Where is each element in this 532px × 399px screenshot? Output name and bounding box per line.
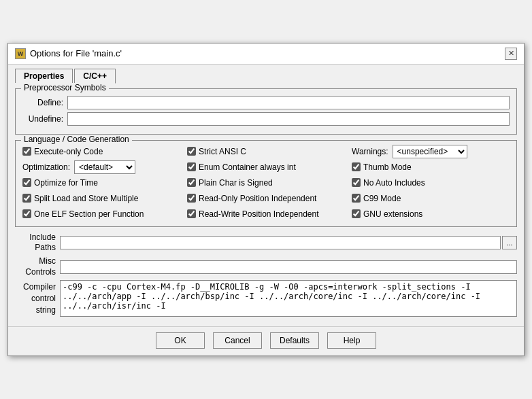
thumb-mode-label: Thumb Mode <box>363 162 412 172</box>
button-bar: OK Cancel Defaults Help <box>8 326 524 355</box>
preprocessor-group: Preprocessor Symbols Define: Undefine: <box>15 88 517 135</box>
define-label: Define: <box>22 98 63 107</box>
c99-mode-row: C99 Mode <box>352 192 510 205</box>
plain-char-checkbox[interactable] <box>187 178 196 187</box>
optimize-time-row: Optimize for Time <box>22 176 180 190</box>
execute-only-row: Execute-only Code <box>22 145 180 158</box>
read-write-pos-row: Read-Write Position Independent <box>187 207 345 221</box>
one-elf-label: One ELF Section per Function <box>34 209 144 219</box>
undefine-label: Undefine: <box>22 114 63 124</box>
include-paths-browse-button[interactable]: ... <box>502 236 517 249</box>
compiler-control-section: Compilercontrolstring -c99 -c -cpu Corte… <box>15 280 517 317</box>
enum-container-label: Enum Container always int <box>199 162 296 172</box>
app-icon: W <box>15 48 26 59</box>
no-auto-includes-row: No Auto Includes <box>352 176 510 190</box>
c99-mode-label: C99 Mode <box>363 194 401 203</box>
close-button[interactable]: ✕ <box>505 48 517 60</box>
no-auto-includes-label: No Auto Includes <box>363 178 425 188</box>
title-bar-left: W Options for File 'main.c' <box>15 48 122 59</box>
compiler-control-label: Compilercontrolstring <box>15 280 56 315</box>
tab-properties[interactable]: Properties <box>15 69 73 83</box>
ok-button[interactable]: OK <box>156 332 205 349</box>
undefine-input[interactable] <box>67 112 510 126</box>
thumb-mode-row: Thumb Mode <box>352 160 510 174</box>
read-write-pos-checkbox[interactable] <box>187 209 196 218</box>
compiler-control-textarea[interactable]: -c99 -c -cpu Cortex-M4.fp -D__MICROLIB -… <box>60 280 517 317</box>
dialog-title: Options for File 'main.c' <box>30 48 122 58</box>
split-load-row: Split Load and Store Multiple <box>22 192 180 205</box>
strict-ansi-row: Strict ANSI C <box>187 145 345 158</box>
warnings-row: Warnings: <unspecified> All Warnings No … <box>352 145 510 158</box>
gnu-extensions-row: GNU extensions <box>352 207 510 221</box>
read-only-pos-row: Read-Only Position Independent <box>187 192 345 205</box>
title-bar: W Options for File 'main.c' ✕ <box>8 44 524 65</box>
misc-controls-row: MiscControls <box>15 256 517 277</box>
thumb-mode-checkbox[interactable] <box>352 162 361 171</box>
optimization-row: Optimization: <default> -O1 -O2 -O3 <box>22 160 180 174</box>
strict-ansi-checkbox[interactable] <box>187 147 196 156</box>
cancel-button[interactable]: Cancel <box>213 332 262 349</box>
optimize-time-checkbox[interactable] <box>22 178 31 187</box>
split-load-label: Split Load and Store Multiple <box>34 194 138 203</box>
enum-container-checkbox[interactable] <box>187 162 196 171</box>
gnu-extensions-checkbox[interactable] <box>352 209 361 218</box>
execute-only-checkbox[interactable] <box>22 147 31 156</box>
tab-bar: Properties C/C++ <box>8 65 524 83</box>
warnings-select[interactable]: <unspecified> All Warnings No Warnings <box>393 145 467 158</box>
plain-char-label: Plain Char is Signed <box>199 178 273 188</box>
tab-cpp[interactable]: C/C++ <box>74 69 116 84</box>
c99-mode-checkbox[interactable] <box>352 194 361 203</box>
language-group: Language / Code Generation Execute-only … <box>15 140 517 227</box>
optimize-time-label: Optimize for Time <box>34 178 98 188</box>
gnu-extensions-label: GNU extensions <box>363 209 422 219</box>
options-dialog: W Options for File 'main.c' ✕ Properties… <box>7 43 525 356</box>
preprocessor-legend: Preprocessor Symbols <box>21 83 109 92</box>
warnings-label: Warnings: <box>352 147 388 156</box>
tab-content: Preprocessor Symbols Define: Undefine: L… <box>8 83 524 326</box>
include-paths-row: IncludePaths ... <box>15 232 517 254</box>
plain-char-row: Plain Char is Signed <box>187 176 345 190</box>
strict-ansi-label: Strict ANSI C <box>199 147 246 156</box>
include-paths-label: IncludePaths <box>15 232 56 254</box>
read-only-pos-label: Read-Only Position Independent <box>199 194 316 203</box>
enum-container-row: Enum Container always int <box>187 160 345 174</box>
language-legend: Language / Code Generation <box>21 135 132 144</box>
misc-controls-input[interactable] <box>60 260 517 274</box>
misc-controls-label: MiscControls <box>15 256 56 277</box>
optimization-label: Optimization: <box>22 162 70 172</box>
undefine-row: Undefine: <box>22 112 510 126</box>
define-row: Define: <box>22 96 510 109</box>
include-paths-input[interactable] <box>60 236 501 249</box>
defaults-button[interactable]: Defaults <box>270 332 319 349</box>
one-elf-row: One ELF Section per Function <box>22 207 180 221</box>
help-button[interactable]: Help <box>327 332 376 349</box>
include-paths-input-wrap: ... <box>60 236 517 249</box>
read-write-pos-label: Read-Write Position Independent <box>199 209 319 219</box>
no-auto-includes-checkbox[interactable] <box>352 178 361 187</box>
read-only-pos-checkbox[interactable] <box>187 194 196 203</box>
one-elf-checkbox[interactable] <box>22 209 31 218</box>
execute-only-label: Execute-only Code <box>34 147 103 156</box>
split-load-checkbox[interactable] <box>22 194 31 203</box>
optimization-select[interactable]: <default> -O1 -O2 -O3 <box>74 160 135 174</box>
define-input[interactable] <box>67 96 510 109</box>
